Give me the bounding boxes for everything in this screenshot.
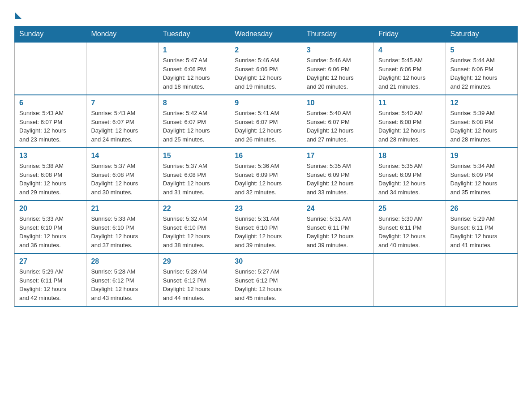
- day-info: Sunrise: 5:33 AM Sunset: 6:10 PM Dayligh…: [19, 214, 82, 249]
- day-info: Sunrise: 5:46 AM Sunset: 6:06 PM Dayligh…: [307, 56, 369, 91]
- day-info: Sunrise: 5:29 AM Sunset: 6:11 PM Dayligh…: [19, 267, 82, 302]
- calendar-cell: 3 Sunrise: 5:46 AM Sunset: 6:06 PM Dayli…: [302, 42, 373, 95]
- day-info: Sunrise: 5:39 AM Sunset: 6:08 PM Dayligh…: [450, 109, 513, 144]
- weekday-header-monday: Monday: [86, 26, 158, 43]
- day-info: Sunrise: 5:35 AM Sunset: 6:09 PM Dayligh…: [378, 162, 441, 197]
- weekday-header-saturday: Saturday: [446, 26, 517, 43]
- calendar-cell: 22 Sunrise: 5:32 AM Sunset: 6:10 PM Dayl…: [158, 201, 230, 253]
- day-info: Sunrise: 5:33 AM Sunset: 6:10 PM Dayligh…: [91, 214, 153, 249]
- logo: [14, 11, 21, 17]
- day-number: 5: [450, 46, 513, 54]
- week-row-1: 1 Sunrise: 5:47 AM Sunset: 6:06 PM Dayli…: [15, 42, 518, 95]
- day-info: Sunrise: 5:47 AM Sunset: 6:06 PM Dayligh…: [163, 56, 225, 91]
- calendar-cell: 10 Sunrise: 5:40 AM Sunset: 6:07 PM Dayl…: [302, 95, 373, 148]
- calendar-cell: 23 Sunrise: 5:31 AM Sunset: 6:10 PM Dayl…: [230, 201, 302, 253]
- weekday-header-thursday: Thursday: [302, 26, 373, 43]
- day-number: 12: [450, 99, 513, 107]
- day-number: 13: [19, 152, 82, 160]
- calendar-cell: 4 Sunrise: 5:45 AM Sunset: 6:06 PM Dayli…: [374, 42, 446, 95]
- calendar-cell: 1 Sunrise: 5:47 AM Sunset: 6:06 PM Dayli…: [158, 42, 230, 95]
- calendar-table: SundayMondayTuesdayWednesdayThursdayFrid…: [14, 26, 518, 307]
- calendar-cell: 13 Sunrise: 5:38 AM Sunset: 6:08 PM Dayl…: [15, 148, 86, 201]
- calendar-cell: 25 Sunrise: 5:30 AM Sunset: 6:11 PM Dayl…: [374, 201, 446, 253]
- calendar-cell: 20 Sunrise: 5:33 AM Sunset: 6:10 PM Dayl…: [15, 201, 86, 253]
- day-number: 30: [235, 257, 297, 265]
- day-number: 25: [378, 205, 441, 213]
- day-number: 4: [378, 46, 441, 54]
- weekday-header-friday: Friday: [374, 26, 446, 43]
- weekday-header-wednesday: Wednesday: [230, 26, 302, 43]
- day-info: Sunrise: 5:34 AM Sunset: 6:09 PM Dayligh…: [450, 162, 513, 197]
- calendar-cell: [15, 42, 86, 95]
- week-row-4: 20 Sunrise: 5:33 AM Sunset: 6:10 PM Dayl…: [15, 201, 518, 253]
- day-info: Sunrise: 5:28 AM Sunset: 6:12 PM Dayligh…: [163, 267, 225, 302]
- day-info: Sunrise: 5:27 AM Sunset: 6:12 PM Dayligh…: [235, 267, 297, 302]
- weekday-header-sunday: Sunday: [15, 26, 86, 43]
- week-row-2: 6 Sunrise: 5:43 AM Sunset: 6:07 PM Dayli…: [15, 95, 518, 148]
- calendar-cell: 17 Sunrise: 5:35 AM Sunset: 6:09 PM Dayl…: [302, 148, 373, 201]
- day-number: 29: [163, 257, 225, 265]
- day-number: 23: [235, 205, 297, 213]
- day-info: Sunrise: 5:37 AM Sunset: 6:08 PM Dayligh…: [91, 162, 153, 197]
- day-number: 19: [450, 152, 513, 160]
- day-number: 15: [163, 152, 225, 160]
- calendar-cell: 15 Sunrise: 5:37 AM Sunset: 6:08 PM Dayl…: [158, 148, 230, 201]
- calendar-cell: 21 Sunrise: 5:33 AM Sunset: 6:10 PM Dayl…: [86, 201, 158, 253]
- calendar-cell: 2 Sunrise: 5:46 AM Sunset: 6:06 PM Dayli…: [230, 42, 302, 95]
- day-number: 3: [307, 46, 369, 54]
- day-number: 2: [235, 46, 297, 54]
- day-number: 17: [307, 152, 369, 160]
- day-number: 9: [235, 99, 297, 107]
- calendar-cell: 7 Sunrise: 5:43 AM Sunset: 6:07 PM Dayli…: [86, 95, 158, 148]
- weekday-header-row: SundayMondayTuesdayWednesdayThursdayFrid…: [15, 26, 518, 43]
- day-info: Sunrise: 5:43 AM Sunset: 6:07 PM Dayligh…: [91, 109, 153, 144]
- calendar-cell: 11 Sunrise: 5:40 AM Sunset: 6:08 PM Dayl…: [374, 95, 446, 148]
- day-info: Sunrise: 5:40 AM Sunset: 6:07 PM Dayligh…: [307, 109, 369, 144]
- week-row-5: 27 Sunrise: 5:29 AM Sunset: 6:11 PM Dayl…: [15, 253, 518, 306]
- day-number: 14: [91, 152, 153, 160]
- calendar-cell: 26 Sunrise: 5:29 AM Sunset: 6:11 PM Dayl…: [446, 201, 517, 253]
- day-number: 21: [91, 205, 153, 213]
- calendar-cell: 12 Sunrise: 5:39 AM Sunset: 6:08 PM Dayl…: [446, 95, 517, 148]
- day-number: 10: [307, 99, 369, 107]
- calendar-cell: [86, 42, 158, 95]
- calendar-cell: 18 Sunrise: 5:35 AM Sunset: 6:09 PM Dayl…: [374, 148, 446, 201]
- day-info: Sunrise: 5:32 AM Sunset: 6:10 PM Dayligh…: [163, 214, 225, 249]
- calendar-cell: 16 Sunrise: 5:36 AM Sunset: 6:09 PM Dayl…: [230, 148, 302, 201]
- day-number: 16: [235, 152, 297, 160]
- calendar-cell: 29 Sunrise: 5:28 AM Sunset: 6:12 PM Dayl…: [158, 253, 230, 306]
- day-info: Sunrise: 5:35 AM Sunset: 6:09 PM Dayligh…: [307, 162, 369, 197]
- day-number: 28: [91, 257, 153, 265]
- day-info: Sunrise: 5:42 AM Sunset: 6:07 PM Dayligh…: [163, 109, 225, 144]
- day-number: 18: [378, 152, 441, 160]
- calendar-cell: 6 Sunrise: 5:43 AM Sunset: 6:07 PM Dayli…: [15, 95, 86, 148]
- day-info: Sunrise: 5:43 AM Sunset: 6:07 PM Dayligh…: [19, 109, 82, 144]
- day-number: 20: [19, 205, 82, 213]
- day-number: 27: [19, 257, 82, 265]
- day-info: Sunrise: 5:28 AM Sunset: 6:12 PM Dayligh…: [91, 267, 153, 302]
- day-info: Sunrise: 5:37 AM Sunset: 6:08 PM Dayligh…: [163, 162, 225, 197]
- calendar-cell: [446, 253, 517, 306]
- day-number: 8: [163, 99, 225, 107]
- calendar-cell: 14 Sunrise: 5:37 AM Sunset: 6:08 PM Dayl…: [86, 148, 158, 201]
- day-info: Sunrise: 5:46 AM Sunset: 6:06 PM Dayligh…: [235, 56, 297, 91]
- day-info: Sunrise: 5:31 AM Sunset: 6:11 PM Dayligh…: [307, 214, 369, 249]
- calendar-cell: 27 Sunrise: 5:29 AM Sunset: 6:11 PM Dayl…: [15, 253, 86, 306]
- calendar-cell: [374, 253, 446, 306]
- logo-triangle-icon: [15, 13, 21, 19]
- calendar-cell: 19 Sunrise: 5:34 AM Sunset: 6:09 PM Dayl…: [446, 148, 517, 201]
- day-number: 26: [450, 205, 513, 213]
- day-number: 1: [163, 46, 225, 54]
- day-number: 24: [307, 205, 369, 213]
- weekday-header-tuesday: Tuesday: [158, 26, 230, 43]
- day-info: Sunrise: 5:45 AM Sunset: 6:06 PM Dayligh…: [378, 56, 441, 91]
- calendar-cell: 8 Sunrise: 5:42 AM Sunset: 6:07 PM Dayli…: [158, 95, 230, 148]
- day-number: 11: [378, 99, 441, 107]
- day-info: Sunrise: 5:36 AM Sunset: 6:09 PM Dayligh…: [235, 162, 297, 197]
- day-info: Sunrise: 5:44 AM Sunset: 6:06 PM Dayligh…: [450, 56, 513, 91]
- day-number: 22: [163, 205, 225, 213]
- calendar-cell: 24 Sunrise: 5:31 AM Sunset: 6:11 PM Dayl…: [302, 201, 373, 253]
- calendar-cell: [302, 253, 373, 306]
- day-info: Sunrise: 5:38 AM Sunset: 6:08 PM Dayligh…: [19, 162, 82, 197]
- day-info: Sunrise: 5:29 AM Sunset: 6:11 PM Dayligh…: [450, 214, 513, 249]
